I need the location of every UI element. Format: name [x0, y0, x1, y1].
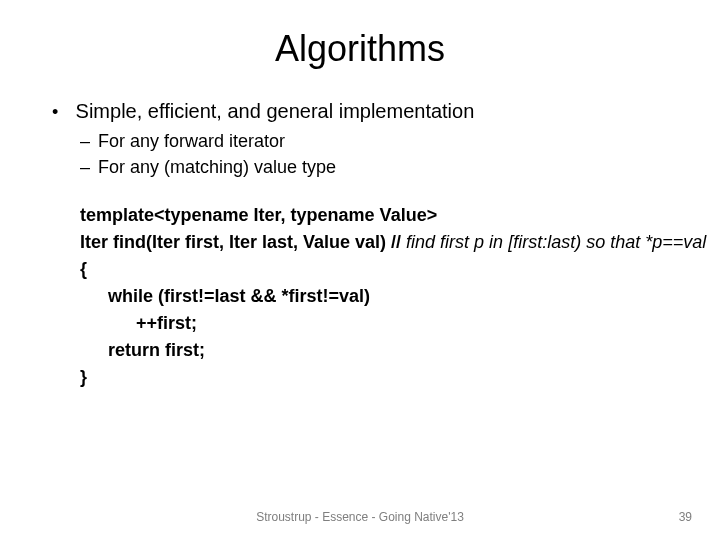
bullet-list: Simple, efficient, and general implement… [50, 98, 670, 180]
sub-bullet-2-text: For any (matching) value type [98, 157, 336, 177]
code-line-4: while (first!=last && *first!=val) [80, 283, 670, 310]
sub-bullet-2: For any (matching) value type [98, 155, 670, 179]
slide-content: Simple, efficient, and general implement… [50, 98, 670, 391]
slide-footer: Stroustrup - Essence - Going Native'13 [0, 510, 720, 524]
slide-title: Algorithms [50, 28, 670, 70]
sub-bullet-list: For any forward iterator For any (matchi… [70, 129, 670, 180]
code-comment: find first p in [first:last) so that *p=… [406, 232, 706, 252]
code-line-2: Iter find(Iter first, Iter last, Value v… [80, 229, 670, 256]
code-line-7: } [80, 364, 670, 391]
code-line-5: ++first; [80, 310, 670, 337]
code-line-6: return first; [80, 337, 670, 364]
code-line-1: template<typename Iter, typename Value> [80, 202, 670, 229]
slide: Algorithms Simple, efficient, and genera… [0, 0, 720, 540]
code-line-2a: Iter find(Iter first, Iter last, Value v… [80, 232, 406, 252]
page-number: 39 [679, 510, 692, 524]
bullet-main: Simple, efficient, and general implement… [70, 98, 670, 180]
code-block: template<typename Iter, typename Value> … [50, 202, 670, 391]
sub-bullet-1: For any forward iterator [98, 129, 670, 153]
bullet-main-text: Simple, efficient, and general implement… [76, 100, 475, 122]
sub-bullet-1-text: For any forward iterator [98, 131, 285, 151]
code-line-3: { [80, 256, 670, 283]
